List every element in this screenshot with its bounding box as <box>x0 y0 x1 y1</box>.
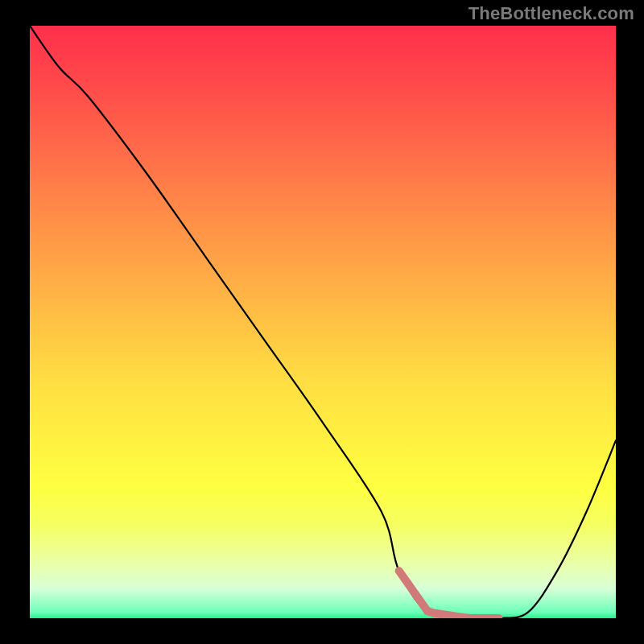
chart-container: TheBottleneck.com <box>0 0 644 644</box>
attribution-text: TheBottleneck.com <box>469 3 634 24</box>
best-match-highlight <box>399 571 499 618</box>
chart-svg <box>30 26 616 618</box>
bottleneck-curve <box>30 26 616 618</box>
plot-area <box>30 26 616 618</box>
